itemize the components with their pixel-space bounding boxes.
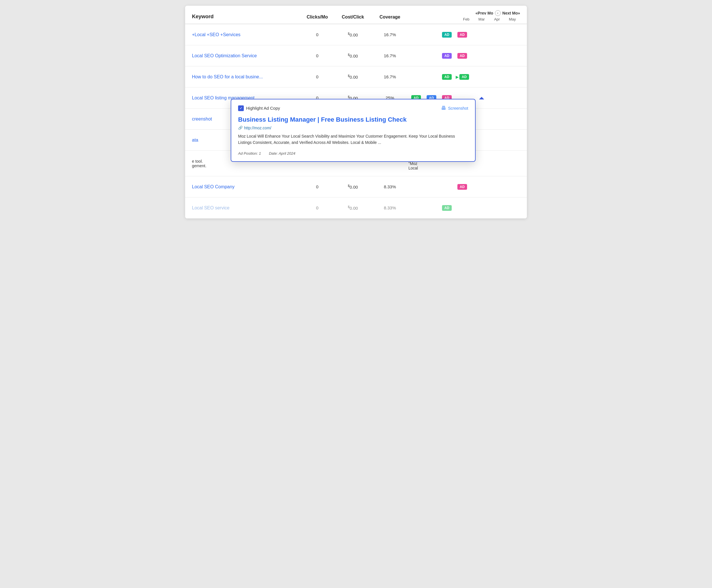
prev-month-btn[interactable]: «Prev Mo (476, 11, 493, 15)
ad-popup-card: ✓ Highlight Ad Copy 🖶 Screenshot Busines… (231, 99, 476, 162)
month-may-cell: ▶ AD (455, 74, 470, 80)
ad-date: Date: April 2024 (269, 151, 295, 155)
ad-badge-may[interactable]: AD (457, 53, 467, 59)
ad-description: Moz Local Will Enhance Your Local Search… (238, 133, 468, 146)
clicks-cell: 0 (300, 184, 335, 189)
ad-position: Ad Position: 1 (238, 151, 261, 155)
highlight-label: Highlight Ad Copy (246, 106, 280, 110)
keyword-cell: Local SEO Company (192, 184, 300, 189)
next-month-btn[interactable]: Next Mo» (502, 11, 520, 15)
month-may-cell: AD (455, 32, 470, 38)
keyword-link[interactable]: How to do SEO for a local busine... (192, 75, 263, 79)
ad-badge-may[interactable]: AD (459, 74, 469, 80)
month-may: May (505, 17, 520, 21)
table-row-listing: Local SEO listing management 0 $0.00 25%… (185, 87, 527, 108)
nav-row: «Prev Mo ‹ Next Mo» (476, 10, 520, 17)
table-row: +Local +SEO +Services 0 $0.00 16.7% AD A… (185, 24, 527, 45)
table-row: Local SEO Optimization Service 0 $0.00 1… (185, 45, 527, 66)
month-apr-cell: AD (439, 74, 455, 80)
ad-arrow-badge: ▶ AD (455, 74, 469, 80)
ad-badge-apr[interactable]: AD (442, 53, 451, 59)
clicks-cell: 0 (300, 32, 335, 37)
external-link-icon: 🔗 (238, 126, 243, 130)
month-apr-cell: AD (439, 32, 455, 38)
coverage-cell: 8.33% (371, 205, 408, 210)
keyword-link[interactable]: Local SEO Optimization Service (192, 53, 257, 58)
keyword-link[interactable]: Local SEO service (192, 205, 230, 210)
col-coverage-header: Coverage (371, 15, 408, 24)
screenshot-btn[interactable]: 🖶 Screenshot (441, 105, 468, 111)
ad-title: Business Listing Manager | Free Business… (238, 115, 468, 124)
coverage-cell: 16.7% (371, 53, 408, 58)
keyword-link[interactable]: Local SEO Company (192, 184, 234, 189)
coverage-cell: 16.7% (371, 32, 408, 37)
month-badges: AD ▶ AD (408, 74, 520, 80)
month-may-cell: AD (455, 53, 470, 59)
main-container: Keyword Clicks/Mo Cost/Click Coverage «P… (185, 6, 527, 218)
ad-url-text[interactable]: http://moz.com/ (244, 126, 272, 130)
clicks-cell: 0 (300, 75, 335, 79)
cost-cell: $0.00 (335, 184, 371, 189)
table-header: Keyword Clicks/Mo Cost/Click Coverage «P… (185, 6, 527, 24)
table-row-company: Local SEO Company 0 $0.00 8.33% AD (185, 176, 527, 197)
ad-badge-apr[interactable]: AD (442, 32, 451, 38)
col-months-header: «Prev Mo ‹ Next Mo» Feb Mar Apr May (408, 10, 520, 24)
cost-cell: $0.00 (335, 205, 371, 211)
ad-url-row: 🔗 http://moz.com/ (238, 126, 468, 130)
keyword-cell: Local SEO service (192, 205, 300, 211)
ad-badge-apr[interactable]: AD (442, 205, 451, 211)
clicks-cell: 0 (300, 205, 335, 210)
keyword-cell: +Local +SEO +Services (192, 32, 300, 37)
month-apr: Apr (489, 17, 505, 21)
highlight-check-row: ✓ Highlight Ad Copy (238, 105, 280, 111)
ad-badge-may[interactable]: AD (457, 32, 467, 38)
cost-cell: $0.00 (335, 32, 371, 37)
ad-meta-row: Ad Position: 1 Date: April 2024 (238, 151, 468, 155)
month-labels: Feb Mar Apr May (458, 17, 520, 24)
ad-badge-apr[interactable]: AD (442, 74, 451, 80)
month-badges: AD AD (408, 53, 520, 59)
screenshot-label: Screenshot (448, 106, 468, 110)
keyword-link[interactable]: +Local +SEO +Services (192, 32, 240, 37)
month-feb: Feb (458, 17, 474, 21)
col-keyword-header: Keyword (192, 14, 300, 24)
popup-top-bar: ✓ Highlight Ad Copy 🖶 Screenshot (238, 105, 468, 111)
month-mar: Mar (474, 17, 489, 21)
keyword-cell: How to do SEO for a local busine... (192, 75, 300, 80)
monitor-icon: 🖶 (441, 105, 446, 111)
chevron-left-btn[interactable]: ‹ (495, 10, 501, 16)
col-clicks-header: Clicks/Mo (300, 15, 335, 24)
month-badges: AD AD (408, 32, 520, 38)
clicks-cell: 0 (300, 53, 335, 58)
highlight-checkbox[interactable]: ✓ (238, 105, 244, 111)
coverage-cell: 16.7% (371, 75, 408, 79)
coverage-cell: 8.33% (371, 184, 408, 189)
ad-badge-may[interactable]: AD (457, 184, 467, 190)
cost-cell: $0.00 (335, 74, 371, 80)
col-cost-header: Cost/Click (335, 15, 371, 24)
table-row: How to do SEO for a local busine... 0 $0… (185, 66, 527, 87)
table-row-service: Local SEO service 0 $0.00 8.33% AD (185, 197, 527, 218)
month-apr-cell: AD (439, 53, 455, 59)
keyword-cell: Local SEO Optimization Service (192, 53, 300, 58)
month-badges: AD (408, 205, 520, 211)
month-may-cell: AD (455, 184, 470, 190)
month-apr-cell: AD (439, 205, 455, 211)
cost-cell: $0.00 (335, 53, 371, 58)
month-badges: AD (408, 184, 520, 190)
arrow-icon: ▶ (456, 75, 459, 79)
